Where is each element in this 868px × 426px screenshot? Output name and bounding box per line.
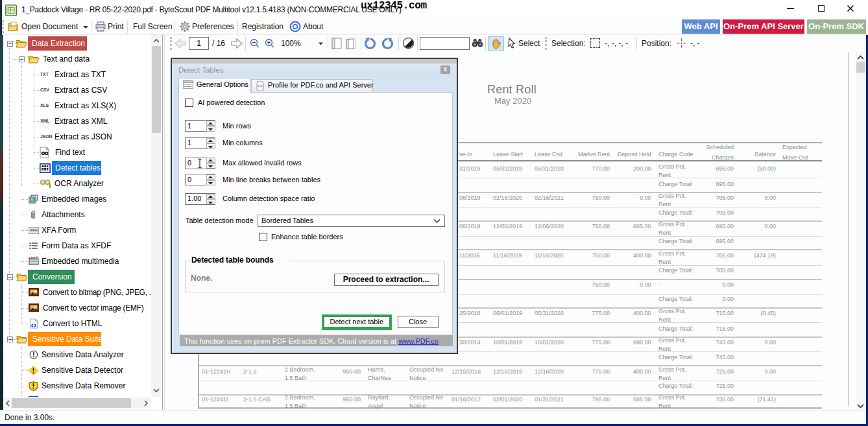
svg-text:<>: <> xyxy=(258,84,263,88)
